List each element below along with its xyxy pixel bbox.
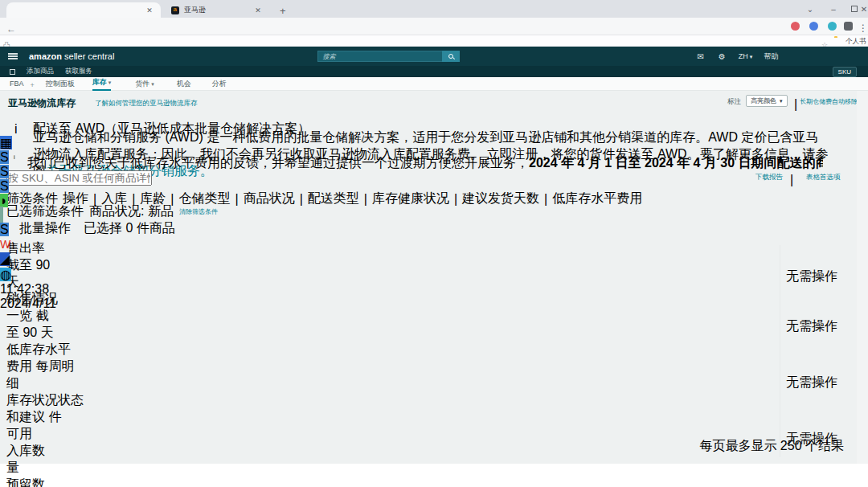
seller-central-header: amazon seller central ZH 帮助	[0, 47, 868, 66]
wechat-icon: ◗	[0, 194, 8, 207]
subnav-add-products[interactable]: 添加商品	[27, 67, 54, 76]
pinned-app-sunlogin-1[interactable]: S	[0, 150, 56, 165]
filter-inventory-health[interactable]: 库存健康状况	[372, 190, 449, 207]
pinned-app-notes[interactable]: ◢	[0, 252, 56, 267]
selected-items-dropdown[interactable]: 已选择 0 件商品	[84, 220, 175, 237]
pinned-app-browser[interactable]: ◍	[0, 267, 56, 282]
col-low-inventory-fee[interactable]: 低库存水平费用 每周明细	[6, 342, 77, 392]
highlight-color-select[interactable]: 高亮颜色	[746, 95, 788, 107]
divider: |	[300, 192, 303, 207]
notes-app-icon: ◢	[0, 252, 10, 266]
primary-nav: FBA 控制面板 库存 货件 机会 分析	[0, 77, 868, 91]
back-icon[interactable]	[6, 21, 16, 35]
divider: |	[544, 192, 547, 207]
divider: |	[454, 192, 457, 207]
page-scrollbar-track[interactable]	[857, 91, 868, 464]
pinned-app-wechat[interactable]: ◗	[0, 194, 56, 208]
extensions-puzzle-icon[interactable]	[844, 22, 853, 31]
amazon-favicon	[171, 6, 179, 14]
sku-badge[interactable]: SKU	[833, 67, 857, 77]
browser-globe-icon: ◍	[0, 268, 11, 281]
learn-more-link[interactable]: 了解如何管理您的亚马逊物流库存	[95, 99, 198, 108]
divider: |	[790, 173, 793, 187]
header-search-input[interactable]	[317, 51, 442, 62]
row-action-button[interactable]: 无需操作	[786, 318, 837, 335]
browser-tab-1[interactable]	[6, 2, 161, 18]
settings-gear-icon[interactable]	[719, 52, 726, 61]
col-inbound[interactable]: 入库数量	[6, 443, 51, 477]
screenshot-tool-icon	[0, 207, 3, 223]
apps-icon[interactable]	[10, 69, 15, 75]
chevron-down-icon	[149, 80, 154, 88]
nav-shipments[interactable]: 货件	[135, 79, 154, 89]
extension-icon-red[interactable]	[791, 22, 800, 31]
nav-dashboard[interactable]: 控制面板	[46, 79, 75, 89]
page-scrollbar-thumb[interactable]	[859, 94, 866, 295]
nav-opportunities[interactable]: 机会	[177, 79, 191, 89]
chevron-down-icon	[748, 52, 752, 60]
seller-central-logo[interactable]: amazon seller central	[29, 51, 114, 61]
filter-fulfillment-type[interactable]: 配送类型	[308, 190, 359, 207]
header-search-button[interactable]	[442, 51, 460, 62]
extension-icon-blue[interactable]	[809, 22, 818, 31]
windows-taskbar: ▦ S S S ◗ S W ◢ ◍ 11:42:38 2024/4/11	[0, 135, 56, 311]
extension-icon-teal[interactable]	[828, 22, 837, 31]
tab-close-icon[interactable]	[145, 6, 154, 14]
nav-analytics[interactable]: 分析	[212, 79, 227, 89]
window-close-button[interactable]	[854, 0, 868, 18]
fee-banner-text: 我们已收到您关于低库存水平费用的反馈，并希望通过提供一个过渡期方便您开展业务，2…	[27, 155, 823, 172]
chevron-down-icon	[107, 78, 111, 86]
divider: |	[364, 192, 367, 207]
window-minimize-button[interactable]	[823, 0, 844, 18]
help-link[interactable]: 帮助	[764, 51, 778, 62]
pinned-app-sunlogin-3[interactable]: S	[0, 179, 56, 194]
actions-column-divider	[780, 245, 780, 457]
language-selector[interactable]: ZH	[739, 52, 752, 60]
table-preferences-link[interactable]: 表格首选项	[806, 173, 841, 182]
hamburger-menu-icon[interactable]	[8, 53, 18, 59]
col-available[interactable]: 可用	[6, 426, 47, 443]
batch-actions-row: 批量操作 已选择 0 件商品	[6, 215, 852, 240]
row-action-button[interactable]: 无需操作	[786, 374, 837, 391]
sunlogin-icon: S	[0, 223, 9, 236]
col-reserved[interactable]: 预留数量	[6, 477, 51, 487]
fee-feedback-banner: i 我们已收到您关于低库存水平费用的反馈，并希望通过提供一个过渡期方便您开展业务…	[6, 152, 852, 166]
results-per-page-dropdown[interactable]: 每页最多显示 250 个结果	[699, 438, 844, 455]
browser-titlebar: 亚马逊	[0, 0, 868, 18]
pinned-app-wps[interactable]: W	[0, 237, 56, 252]
pinned-app-sunlogin-2[interactable]: S	[0, 165, 56, 179]
filter-low-inventory-fee[interactable]: 低库存水平费用	[552, 190, 642, 207]
system-tray: 11:42:38 2024/4/11	[0, 282, 56, 311]
tab-title: 亚马逊	[184, 5, 206, 15]
nav-inventory[interactable]: 库存	[92, 77, 111, 91]
search-icon	[448, 54, 453, 59]
taskbar-clock[interactable]: 11:42:38 2024/4/11	[0, 282, 56, 311]
inventory-table: 批量操作 已选择 0 件商品 售出率 截至 90 天 销售情况一览 截至 90 …	[6, 215, 852, 458]
filter-days-of-supply[interactable]: 建议发货天数	[462, 190, 539, 207]
nav-fba[interactable]: FBA	[10, 80, 24, 88]
browser-tab-2[interactable]: 亚马逊	[165, 2, 269, 18]
bookmarks-bar: 个人书签	[0, 35, 868, 47]
row-action-button[interactable]: 无需操作	[786, 268, 837, 285]
divider: |	[235, 192, 238, 207]
sunlogin-icon: S	[0, 179, 9, 193]
messages-icon[interactable]	[697, 52, 703, 61]
remote-app-icon: ▦	[0, 136, 12, 149]
table-scrollbar[interactable]	[839, 259, 843, 313]
browser-menu-icon[interactable]	[858, 20, 868, 35]
wps-icon: W	[0, 238, 10, 251]
pinned-app-screenshot[interactable]	[0, 208, 56, 223]
filter-condition[interactable]: 商品状况	[244, 190, 295, 207]
tab-close-icon[interactable]	[253, 6, 263, 14]
col-health-status[interactable]: 库存状况状态和建议 件	[6, 392, 88, 426]
new-tab-button[interactable]	[280, 3, 286, 18]
download-report-link[interactable]: 下载报告	[755, 173, 783, 182]
tab-search-icon[interactable]	[800, 0, 821, 18]
sunlogin-icon: S	[0, 165, 9, 178]
sunlogin-icon: S	[0, 150, 9, 164]
plus-icon	[31, 76, 35, 91]
seller-central-subnav: 添加商品 获取服务 SKU	[0, 66, 868, 77]
pinned-app-sunlogin-4[interactable]: S	[0, 223, 56, 237]
pinned-app-remote[interactable]: ▦	[0, 135, 56, 150]
subnav-get-services[interactable]: 获取服务	[65, 67, 92, 76]
